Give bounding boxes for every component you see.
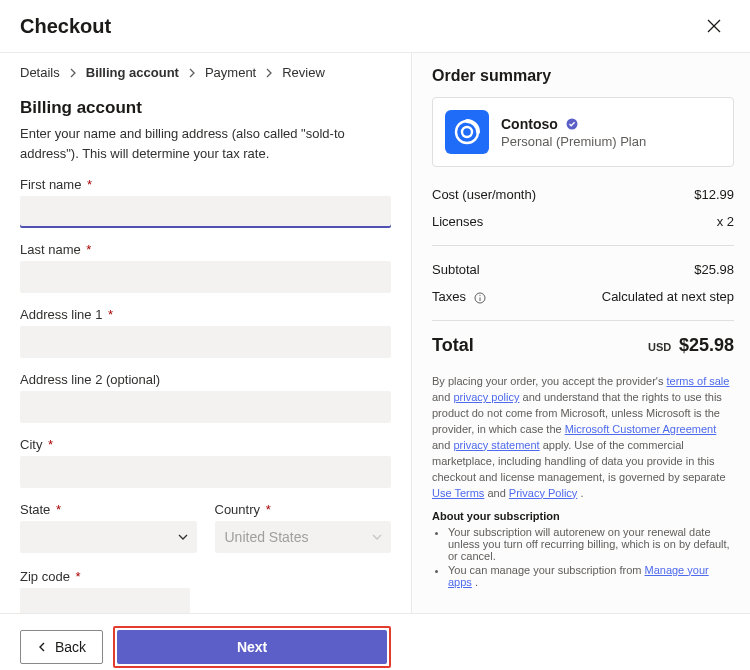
- link-privacy-statement[interactable]: privacy statement: [453, 439, 539, 451]
- about-bullet-manage: You can manage your subscription from Ma…: [448, 564, 734, 588]
- product-card: Contoso Personal (Premium) Plan: [432, 97, 734, 167]
- svg-point-3: [462, 127, 472, 137]
- taxes-label: Taxes: [432, 289, 486, 304]
- link-terms-of-sale[interactable]: terms of sale: [666, 375, 729, 387]
- cost-label: Cost (user/month): [432, 187, 536, 202]
- back-button-label: Back: [55, 639, 86, 655]
- product-name: Contoso: [501, 116, 558, 132]
- chevron-right-icon: [264, 68, 274, 78]
- required-marker: *: [262, 502, 271, 517]
- svg-point-4: [566, 118, 577, 129]
- line-cost: Cost (user/month) $12.99: [432, 181, 734, 208]
- about-subscription-list: Your subscription will autorenew on your…: [448, 526, 734, 588]
- country-select: [215, 521, 392, 553]
- country-label: Country *: [215, 502, 392, 517]
- close-icon: [706, 18, 722, 34]
- line-subtotal: Subtotal $25.98: [432, 256, 734, 283]
- required-marker: *: [72, 569, 81, 584]
- required-marker: *: [104, 307, 113, 322]
- required-marker: *: [44, 437, 53, 452]
- zip-input[interactable]: [20, 588, 190, 613]
- state-select[interactable]: [20, 521, 197, 553]
- first-name-label: First name *: [20, 177, 391, 192]
- legal-text: By placing your order, you accept the pr…: [432, 374, 734, 502]
- chevron-right-icon: [68, 68, 78, 78]
- order-summary-pane: Order summary Contoso: [412, 53, 750, 613]
- checkout-header: Checkout: [0, 0, 750, 53]
- link-use-terms[interactable]: Use Terms: [432, 487, 484, 499]
- first-name-input[interactable]: [20, 196, 391, 228]
- back-button[interactable]: Back: [20, 630, 103, 664]
- address-line-2-label: Address line 2 (optional): [20, 372, 391, 387]
- address-line-2-input[interactable]: [20, 391, 391, 423]
- line-licenses: Licenses x 2: [432, 208, 734, 235]
- section-title: Billing account: [20, 98, 391, 118]
- required-marker: *: [83, 177, 92, 192]
- next-button-highlight: Next: [113, 626, 391, 668]
- info-icon[interactable]: [474, 292, 486, 304]
- chevron-right-icon: [187, 68, 197, 78]
- total-label: Total: [432, 335, 474, 356]
- required-marker: *: [83, 242, 92, 257]
- breadcrumb: Details Billing account Payment Review: [20, 65, 391, 80]
- line-total: Total USD $25.98: [432, 331, 734, 366]
- last-name-label: Last name *: [20, 242, 391, 257]
- divider: [432, 245, 734, 246]
- verified-badge-icon: [566, 118, 578, 130]
- product-icon: [445, 110, 489, 154]
- chevron-left-icon: [37, 642, 47, 652]
- last-name-input[interactable]: [20, 261, 391, 293]
- svg-point-7: [479, 295, 480, 296]
- next-button[interactable]: Next: [117, 630, 387, 664]
- cost-value: $12.99: [694, 187, 734, 202]
- divider: [432, 320, 734, 321]
- close-button[interactable]: [698, 10, 730, 42]
- link-privacy-policy[interactable]: privacy policy: [453, 391, 519, 403]
- about-bullet-autorenew: Your subscription will autorenew on your…: [448, 526, 734, 562]
- order-summary-title: Order summary: [432, 67, 734, 85]
- breadcrumb-step-billing-account[interactable]: Billing account: [86, 65, 179, 80]
- zip-label: Zip code *: [20, 569, 391, 584]
- licenses-label: Licenses: [432, 214, 483, 229]
- link-microsoft-customer-agreement[interactable]: Microsoft Customer Agreement: [565, 423, 717, 435]
- subtotal-value: $25.98: [694, 262, 734, 277]
- line-taxes: Taxes Calculated at next step: [432, 283, 734, 310]
- subtotal-label: Subtotal: [432, 262, 480, 277]
- page-title: Checkout: [20, 15, 111, 38]
- address-line-1-input[interactable]: [20, 326, 391, 358]
- total-value: $25.98: [679, 335, 734, 355]
- product-plan: Personal (Premium) Plan: [501, 134, 646, 149]
- breadcrumb-step-details[interactable]: Details: [20, 65, 60, 80]
- footer: Back Next: [0, 613, 750, 670]
- breadcrumb-step-payment[interactable]: Payment: [205, 65, 256, 80]
- total-currency: USD: [648, 341, 671, 353]
- city-label: City *: [20, 437, 391, 452]
- left-pane: Details Billing account Payment Review B…: [0, 53, 412, 613]
- city-input[interactable]: [20, 456, 391, 488]
- section-description: Enter your name and billing address (als…: [20, 124, 391, 163]
- breadcrumb-step-review[interactable]: Review: [282, 65, 325, 80]
- required-marker: *: [52, 502, 61, 517]
- about-subscription-title: About your subscription: [432, 510, 734, 522]
- link-privacy-policy-2[interactable]: Privacy Policy: [509, 487, 577, 499]
- address-line-1-label: Address line 1 *: [20, 307, 391, 322]
- licenses-value: x 2: [717, 214, 734, 229]
- state-label: State *: [20, 502, 197, 517]
- taxes-value: Calculated at next step: [602, 289, 734, 304]
